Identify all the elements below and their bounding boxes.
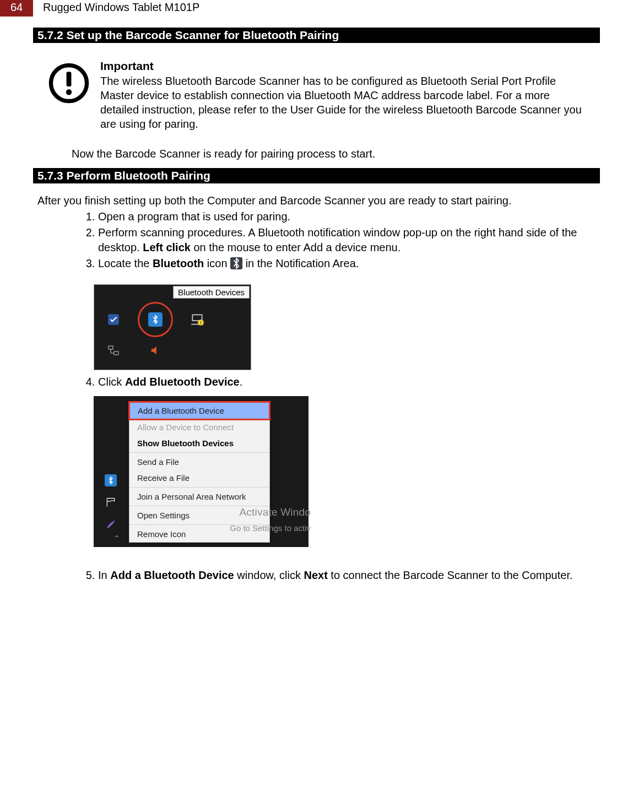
menu-item-receive-file[interactable]: Receive a File: [129, 470, 269, 486]
step-3-text-b: icon: [204, 257, 230, 269]
page-number: 64: [0, 0, 33, 17]
tray-bluetooth-icon[interactable]: [105, 474, 117, 486]
menu-item-open-settings[interactable]: Open Settings: [129, 507, 269, 523]
step-2-text-b: on the mouse to enter Add a device menu.: [191, 241, 401, 253]
steps-list: Open a program that is used for paring. …: [76, 209, 583, 271]
menu-separator: [129, 524, 269, 525]
alert-circle-icon: [48, 63, 89, 104]
ready-line: Now the Barcode Scanner is ready for pai…: [72, 148, 600, 160]
menu-item-join-pan[interactable]: Join a Personal Area Network: [129, 489, 269, 505]
context-menu-area: Add a Bluetooth Device Allow a Device to…: [94, 396, 309, 547]
menu-separator: [129, 487, 269, 488]
step-2: Perform scanning procedures. A Bluetooth…: [98, 225, 583, 255]
step-2-bold: Left click: [143, 241, 191, 253]
header-title: Rugged Windows Tablet M101P: [33, 0, 199, 17]
page-header: 64 Rugged Windows Tablet M101P: [0, 0, 644, 17]
important-text: Important The wireless Bluetooth Barcode…: [100, 59, 583, 131]
step-3-text-a: Locate the: [98, 257, 153, 269]
tray-icon-network[interactable]: [101, 339, 126, 362]
step-4-bold: Add Bluetooth Device: [125, 376, 240, 388]
svg-text:!: !: [200, 320, 201, 326]
bluetooth-context-menu: Add a Bluetooth Device Allow a Device to…: [129, 402, 270, 543]
tray-chevron-icon[interactable]: ⌃: [113, 534, 120, 543]
section-heading-5-7-2: 5.7.2 Set up the Barcode Scanner for Blu…: [33, 28, 600, 43]
step-1-text: Open a program that is used for paring.: [98, 210, 290, 223]
step-3-bold: Bluetooth: [153, 257, 204, 269]
menu-separator: [129, 452, 269, 453]
svg-rect-1: [67, 72, 72, 86]
tray-icon-bluetooth[interactable]: [143, 308, 168, 331]
step-4-text-a: Click: [98, 376, 125, 388]
menu-item-send-file[interactable]: Send a File: [129, 454, 269, 470]
menu-separator: [129, 506, 269, 506]
step-5-bold1: Add a Bluetooth Device: [110, 569, 234, 581]
step-5-text-b: window, click: [234, 569, 304, 581]
step-1: Open a program that is used for paring.: [98, 209, 583, 224]
step-5-text-c: to connect the Barcode Scanner to the Co…: [328, 569, 573, 581]
tray-column: [98, 474, 123, 530]
highlight-circle-icon: [138, 302, 173, 337]
important-icon: [48, 59, 89, 106]
bluetooth-icon: [230, 257, 242, 269]
step-3: Locate the Bluetooth icon in the Notific…: [98, 256, 583, 271]
step-5-text-a: In: [98, 569, 110, 581]
tray-empty: [185, 339, 210, 362]
section-heading-5-7-3: 5.7.3 Perform Bluetooth Pairing: [33, 168, 600, 183]
tray-pen-icon[interactable]: [105, 518, 117, 530]
steps-list-cont2: In Add a Bluetooth Device window, click …: [76, 568, 583, 583]
bluetooth-rune-icon: [150, 315, 160, 324]
steps-list-cont1: Click Add Bluetooth Device.: [76, 375, 583, 389]
screenshot-tray: Bluetooth Devices: [94, 284, 600, 370]
svg-rect-7: [114, 351, 118, 355]
step-5: In Add a Bluetooth Device window, click …: [98, 568, 583, 583]
menu-item-allow-connect[interactable]: Allow a Device to Connect: [129, 419, 269, 435]
system-tray: Bluetooth Devices: [94, 284, 251, 370]
tray-icon-security[interactable]: [101, 308, 126, 331]
menu-item-show-devices[interactable]: Show Bluetooth Devices: [129, 435, 269, 451]
tray-action-center-icon[interactable]: [105, 496, 117, 508]
document-page: 64 Rugged Windows Tablet M101P 5.7.2 Set…: [0, 0, 644, 606]
step-4: Click Add Bluetooth Device.: [98, 375, 583, 389]
page-content: 5.7.2 Set up the Barcode Scanner for Blu…: [0, 28, 644, 583]
spacer: [33, 551, 600, 567]
step-5-bold2: Next: [304, 569, 327, 581]
tray-icon-volume[interactable]: [143, 339, 168, 362]
tray-grid: !: [101, 308, 244, 362]
menu-item-remove-icon[interactable]: Remove Icon: [129, 526, 269, 542]
important-title: Important: [100, 59, 583, 73]
bluetooth-tooltip: Bluetooth Devices: [173, 286, 250, 299]
svg-point-2: [66, 89, 72, 95]
svg-rect-6: [109, 346, 113, 349]
step-4-text-b: .: [240, 376, 243, 388]
tray-icon-problem[interactable]: !: [185, 308, 210, 331]
important-note: Important The wireless Bluetooth Barcode…: [48, 59, 600, 131]
important-body: The wireless Bluetooth Barcode Scanner h…: [100, 74, 583, 131]
screenshot-context-menu: Add a Bluetooth Device Allow a Device to…: [94, 396, 600, 547]
step-3-text-c: in the Notification Area.: [246, 257, 359, 269]
menu-item-add-device[interactable]: Add a Bluetooth Device: [128, 401, 270, 420]
intro-line: After you finish setting up both the Com…: [37, 194, 600, 207]
